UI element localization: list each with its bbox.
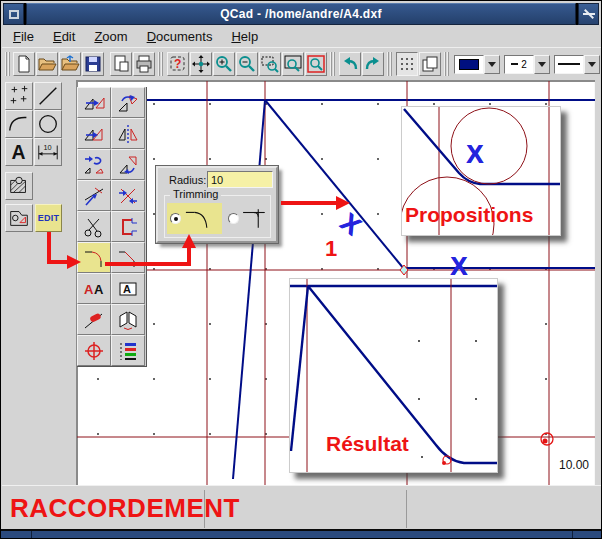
new-file-button[interactable] bbox=[13, 52, 35, 76]
toolbar-grip[interactable] bbox=[387, 52, 392, 76]
bevel-icon bbox=[117, 247, 139, 269]
titlebar-drag-area[interactable]: QCad - /home/andre/A4.dxf bbox=[26, 3, 576, 25]
toolbar-grip[interactable] bbox=[158, 52, 163, 76]
mirror-icon bbox=[117, 123, 139, 145]
radio-unselected-icon[interactable] bbox=[228, 213, 239, 224]
toolbar-grip[interactable] bbox=[444, 52, 449, 76]
palette-tool-round-fillet[interactable] bbox=[77, 242, 111, 273]
window-close-button[interactable] bbox=[578, 3, 599, 25]
palette-tool-mirror[interactable] bbox=[111, 118, 145, 149]
hatch-tool-button[interactable] bbox=[5, 172, 33, 200]
point-tool-icon bbox=[7, 84, 31, 108]
line-style-dropdown-button[interactable] bbox=[584, 55, 600, 74]
menu-zoom[interactable]: Zoom bbox=[94, 29, 127, 44]
palette-tool-explode[interactable] bbox=[111, 304, 145, 335]
radio-selected-icon[interactable] bbox=[170, 213, 181, 224]
edit-shape-tool-button[interactable] bbox=[5, 204, 33, 232]
dimension-tool-button[interactable]: 10 bbox=[34, 138, 62, 166]
zoom-out-button[interactable] bbox=[236, 52, 258, 76]
svg-text:A: A bbox=[94, 282, 104, 297]
palette-tool-rotate-two[interactable] bbox=[77, 149, 111, 180]
palette-tool-flip[interactable] bbox=[111, 149, 145, 180]
palette-tool-trim[interactable] bbox=[77, 180, 111, 211]
zoom-window-button[interactable] bbox=[259, 52, 281, 76]
grid-toggle-button[interactable] bbox=[396, 52, 418, 76]
main-toolbar: ? 2 bbox=[2, 47, 602, 80]
color-dropdown-button[interactable] bbox=[484, 55, 500, 74]
toolbar-grip[interactable] bbox=[5, 52, 10, 76]
radius-input[interactable] bbox=[207, 171, 273, 188]
modify-tools-palette: AA A bbox=[77, 87, 147, 367]
printer-icon bbox=[134, 54, 154, 74]
open-file-button[interactable] bbox=[36, 52, 58, 76]
zoom-out-icon bbox=[237, 54, 257, 74]
window-system-menu-button[interactable] bbox=[3, 3, 24, 25]
redraw-icon: ? bbox=[168, 54, 188, 74]
palette-tool-stretch[interactable] bbox=[111, 211, 145, 242]
x-mark: X bbox=[466, 141, 483, 167]
close-file-button[interactable] bbox=[59, 52, 81, 76]
radius-label: Radius: bbox=[169, 174, 206, 186]
layers-button[interactable] bbox=[419, 52, 441, 76]
explode-icon bbox=[117, 309, 139, 331]
rotate-icon bbox=[117, 92, 139, 114]
redo-button[interactable] bbox=[362, 52, 384, 76]
palette-tool-layer-attributes[interactable] bbox=[111, 335, 145, 366]
edit-shape-icon bbox=[7, 206, 31, 230]
trim-mode-round-option[interactable] bbox=[167, 203, 222, 234]
save-file-button[interactable] bbox=[82, 52, 104, 76]
current-color-swatch bbox=[454, 55, 484, 74]
line-width-dropdown-button[interactable] bbox=[534, 55, 550, 74]
palette-tool-bevel[interactable] bbox=[111, 242, 145, 273]
color-select[interactable] bbox=[454, 55, 500, 74]
toolbar-grip[interactable] bbox=[330, 52, 335, 76]
undo-button[interactable] bbox=[339, 52, 361, 76]
edit-attributes-icon: A bbox=[117, 278, 139, 300]
palette-tool-delete[interactable] bbox=[77, 304, 111, 335]
palette-tool-rotate[interactable] bbox=[111, 87, 145, 118]
arc-tool-button[interactable] bbox=[5, 110, 33, 138]
palette-tool-trim-two[interactable] bbox=[111, 180, 145, 211]
move-copy-icon bbox=[83, 123, 105, 145]
menu-help[interactable]: Help bbox=[231, 29, 258, 44]
zoom-in-button[interactable] bbox=[213, 52, 235, 76]
menu-documents[interactable]: Documents bbox=[147, 29, 213, 44]
zoom-previous-icon bbox=[306, 54, 326, 74]
zoom-auto-icon bbox=[283, 54, 303, 74]
circle-tool-button[interactable] bbox=[34, 110, 62, 138]
drawing-canvas[interactable]: AA A Radius: Trimming bbox=[76, 80, 595, 485]
palette-tool-move-copy[interactable] bbox=[77, 118, 111, 149]
text-tool-button[interactable]: A bbox=[5, 138, 33, 166]
line-tool-button[interactable] bbox=[34, 82, 62, 110]
snap-point-icon bbox=[83, 340, 105, 362]
scissors-icon bbox=[83, 216, 105, 238]
palette-tool-cut[interactable] bbox=[77, 211, 111, 242]
menu-file[interactable]: File bbox=[13, 29, 34, 44]
palette-tool-move[interactable] bbox=[77, 87, 111, 118]
draw-tools-toolbar: A 10 EDIT bbox=[2, 80, 77, 485]
line-style-select[interactable] bbox=[554, 55, 600, 74]
redraw-button[interactable]: ? bbox=[167, 52, 189, 76]
zoom-window-icon bbox=[260, 54, 280, 74]
print-preview-button[interactable] bbox=[110, 52, 132, 76]
undo-icon bbox=[340, 54, 360, 74]
svg-text:?: ? bbox=[174, 57, 181, 71]
trimming-groupbox: Trimming bbox=[164, 195, 271, 238]
pan-zoom-button[interactable] bbox=[190, 52, 212, 76]
print-button[interactable] bbox=[133, 52, 155, 76]
zoom-previous-button[interactable] bbox=[305, 52, 327, 76]
line-width-select[interactable]: 2 bbox=[504, 55, 550, 74]
line-tool-icon bbox=[36, 84, 60, 108]
fillet-options-panel: Radius: Trimming bbox=[156, 166, 278, 243]
trim-mode-none-option[interactable] bbox=[225, 203, 270, 234]
window-title: QCad - /home/andre/A4.dxf bbox=[220, 7, 382, 21]
palette-tool-edit-text[interactable]: AA bbox=[77, 273, 111, 304]
menu-edit[interactable]: Edit bbox=[53, 29, 75, 44]
zoom-auto-button[interactable] bbox=[282, 52, 304, 76]
palette-tool-edit-attributes[interactable]: A bbox=[111, 273, 145, 304]
svg-text:A: A bbox=[12, 141, 26, 163]
point-tool-button[interactable] bbox=[5, 82, 33, 110]
edit-mode-button[interactable]: EDIT bbox=[35, 204, 62, 232]
resultat-inset: Résultat bbox=[289, 278, 498, 473]
palette-tool-snap-point[interactable] bbox=[77, 335, 111, 366]
